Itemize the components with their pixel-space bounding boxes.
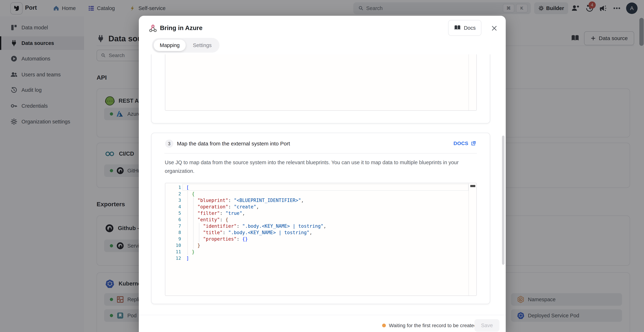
code-line: 9 "properties": {} <box>165 236 468 242</box>
bring-in-azure-modal: Bring in Azure Docs Mapping Settings 3 M… <box>139 16 506 332</box>
modal-docs-button[interactable]: Docs <box>448 20 482 36</box>
tab-settings[interactable]: Settings <box>187 40 218 51</box>
code-line: 12] <box>165 255 468 262</box>
code-line: 8 "title": ".body.<KEY_NAME> | tostring"… <box>165 229 468 236</box>
code-line: 5 "filter": "true", <box>165 210 468 216</box>
page-scrollbar-thumb[interactable] <box>639 18 644 46</box>
code-line: 3 "blueprint": "<BLUEPRINT_IDENTIFIER>", <box>165 197 468 204</box>
screen: Port Home Catalog Self-service Search ⌘ … <box>0 0 644 332</box>
modal-tabs: Mapping Settings <box>152 38 220 52</box>
external-link-icon <box>471 141 476 146</box>
status-dot-orange <box>382 324 386 327</box>
modal-docs-label: Docs <box>464 25 476 31</box>
code-line: 7 "identifier": ".body.<KEY_NAME> | tost… <box>165 223 468 229</box>
code-line: 2 { <box>165 191 468 197</box>
code-line: 11 } <box>165 249 468 255</box>
code-line: 4 "operation": "create", <box>165 204 468 210</box>
editor-minimap <box>468 54 469 110</box>
close-icon[interactable] <box>491 25 498 32</box>
step-title: Map the data from the external system in… <box>177 140 290 147</box>
step-number-badge: 3 <box>165 140 173 148</box>
webhook-icon <box>149 24 157 32</box>
modal-footer: Waiting for the first record to be creat… <box>139 315 506 332</box>
code-editor-mapping[interactable]: 1[2 {3 "blueprint": "<BLUEPRINT_IDENTIFI… <box>165 183 477 296</box>
step-docs-label: DOCS <box>454 140 468 146</box>
step-card-previous <box>151 54 490 124</box>
code-editor-previous[interactable] <box>165 54 477 111</box>
save-button[interactable]: Save <box>474 319 500 332</box>
editor-minimap <box>468 183 469 296</box>
step-docs-link[interactable]: DOCS <box>454 140 476 146</box>
book-icon <box>454 25 461 31</box>
step-divider <box>164 153 477 154</box>
code-line: 10 } <box>165 242 468 249</box>
tab-mapping[interactable]: Mapping <box>154 40 186 51</box>
modal-scrollbar-thumb[interactable] <box>502 136 504 265</box>
modal-scroll-area[interactable]: 3 Map the data from the external system … <box>139 54 506 315</box>
code-line: 6 "entity": { <box>165 216 468 223</box>
minimap-content-dash <box>470 185 475 187</box>
code-lines: 1[2 {3 "blueprint": "<BLUEPRINT_IDENTIFI… <box>165 184 468 262</box>
step-description: Use JQ to map data from the source syste… <box>165 158 465 175</box>
step-card-mapping: 3 Map the data from the external system … <box>151 133 490 304</box>
code-line: 1[ <box>165 184 468 191</box>
modal-title: Bring in Azure <box>160 24 202 32</box>
footer-status-text: Waiting for the first record to be creat… <box>389 323 477 328</box>
